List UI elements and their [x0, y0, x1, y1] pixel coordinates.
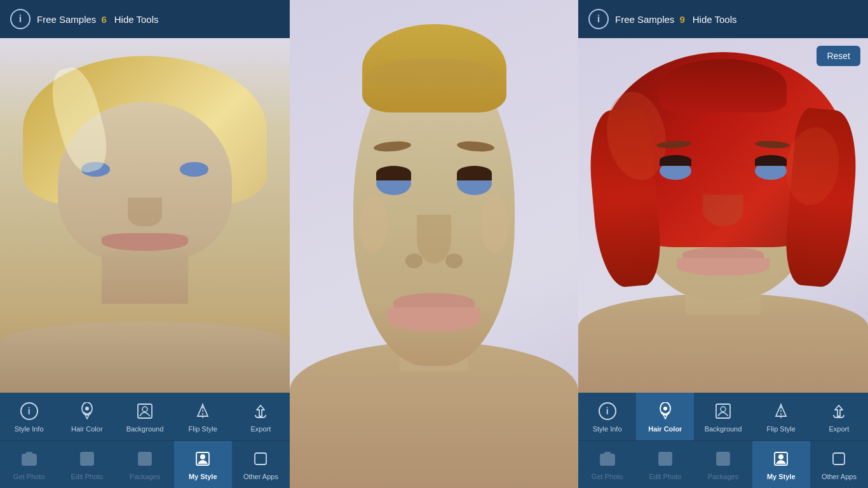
left-image-area [0, 38, 290, 393]
left-export-label: Export [251, 425, 271, 433]
left-export-button[interactable]: Export [232, 393, 290, 440]
right-export-button[interactable]: Export [810, 393, 868, 440]
right-style-info-icon: i [596, 400, 619, 423]
svg-point-15 [663, 407, 667, 410]
center-panel [290, 0, 578, 488]
right-image-area: Reset [578, 38, 868, 393]
right-header-text: Free Samples 9 Hide Tools [615, 14, 858, 25]
right-flip-style-label: Flip Style [767, 425, 796, 433]
left-hide-tools-button[interactable]: Hide Tools [114, 14, 159, 25]
right-free-label: Free Samples [615, 14, 674, 25]
right-style-info-button[interactable]: i Style Info [578, 393, 636, 440]
right-edit-photo-button[interactable]: Edit Photo [636, 441, 694, 489]
left-header-text: Free Samples 6 Hide Tools [37, 14, 280, 25]
left-get-photo-label: Get Photo [13, 473, 45, 481]
left-style-info-button[interactable]: i Style Info [0, 393, 58, 440]
left-packages-button[interactable]: Packages [116, 441, 173, 489]
right-info-icon[interactable]: i [588, 9, 609, 29]
svg-point-21 [604, 456, 611, 463]
svg-point-3 [142, 407, 147, 412]
left-my-style-button[interactable]: My Style [174, 441, 232, 489]
right-background-label: Background [705, 425, 742, 433]
left-style-info-label: Style Info [15, 425, 44, 433]
right-style-info-label: Style Info [593, 425, 622, 433]
right-hide-tools-button[interactable]: Hide Tools [693, 14, 737, 25]
left-free-label: Free Samples [37, 14, 96, 25]
right-hair-color-icon [654, 400, 677, 423]
left-background-label: Background [126, 425, 164, 433]
left-toolbar-top-row: i Style Info Hair Color [0, 393, 290, 440]
right-toolbar: i Style Info Hair Color [578, 393, 868, 488]
left-other-apps-label: Other Apps [243, 473, 278, 481]
left-packages-label: Packages [130, 473, 160, 481]
right-flip-style-button[interactable]: Flip Style [752, 393, 810, 440]
right-get-photo-label: Get Photo [592, 473, 623, 481]
svg-point-1 [85, 407, 89, 410]
left-hair-color-icon [76, 400, 98, 423]
right-panel: i Free Samples 9 Hide Tools Reset [578, 0, 868, 488]
right-flip-style-icon [770, 400, 792, 423]
left-get-photo-icon [18, 447, 41, 470]
left-background-button[interactable]: Background [116, 393, 173, 440]
left-info-icon[interactable]: i [10, 9, 31, 29]
left-flip-style-icon [191, 400, 214, 423]
right-packages-icon [712, 447, 735, 470]
right-toolbar-bottom-row: Get Photo Edit Photo [578, 441, 868, 489]
right-header: i Free Samples 9 Hide Tools [578, 0, 868, 38]
left-background-icon [133, 400, 156, 423]
right-free-number: 9 [679, 14, 684, 25]
right-my-style-button[interactable]: My Style [752, 441, 810, 489]
left-get-photo-button[interactable]: Get Photo [0, 441, 58, 489]
left-panel: i Free Samples 6 Hide Tools [0, 0, 290, 488]
left-hair-color-label: Hair Color [71, 425, 103, 433]
right-export-icon [827, 400, 850, 423]
right-edit-photo-label: Edit Photo [649, 473, 681, 481]
right-my-style-label: My Style [767, 473, 796, 481]
left-edit-photo-icon [76, 447, 98, 470]
right-my-style-icon [770, 447, 792, 470]
svg-point-26 [778, 454, 783, 459]
left-flip-style-button[interactable]: Flip Style [174, 393, 232, 440]
svg-rect-13 [255, 453, 266, 464]
right-hair-color-button[interactable]: Hair Color [636, 393, 694, 440]
right-other-apps-icon [827, 447, 850, 470]
svg-point-7 [26, 456, 32, 463]
right-background-button[interactable]: Background [694, 393, 752, 440]
right-edit-photo-icon [654, 447, 677, 470]
left-toolbar-bottom-row: Get Photo Edit Photo [0, 441, 290, 489]
svg-point-12 [200, 454, 205, 459]
left-export-icon [249, 400, 272, 423]
left-my-style-label: My Style [189, 473, 217, 481]
right-get-photo-icon [596, 447, 619, 470]
svg-point-10 [142, 454, 147, 459]
left-hair-color-button[interactable]: Hair Color [58, 393, 116, 440]
svg-rect-27 [833, 453, 844, 464]
right-background-icon [712, 400, 735, 423]
left-edit-photo-label: Edit Photo [71, 473, 103, 481]
right-hair-color-label: Hair Color [648, 425, 682, 433]
svg-point-24 [721, 454, 726, 459]
right-toolbar-top-row: i Style Info Hair Color [578, 393, 868, 440]
svg-point-17 [721, 407, 726, 412]
reset-button[interactable]: Reset [817, 46, 860, 66]
right-other-apps-label: Other Apps [822, 473, 857, 481]
left-free-number: 6 [101, 14, 106, 25]
left-edit-photo-button[interactable]: Edit Photo [58, 441, 116, 489]
left-flip-style-label: Flip Style [189, 425, 217, 433]
right-packages-label: Packages [708, 473, 738, 481]
right-get-photo-button[interactable]: Get Photo [578, 441, 636, 489]
right-packages-button[interactable]: Packages [694, 441, 752, 489]
right-other-apps-button[interactable]: Other Apps [810, 441, 868, 489]
left-packages-icon [133, 447, 156, 470]
left-toolbar: i Style Info Hair Color [0, 393, 290, 488]
left-other-apps-icon [249, 447, 272, 470]
center-image-area [290, 0, 578, 488]
left-other-apps-button[interactable]: Other Apps [232, 441, 290, 489]
left-style-info-icon: i [18, 400, 41, 423]
left-header: i Free Samples 6 Hide Tools [0, 0, 290, 38]
right-export-label: Export [829, 425, 850, 433]
left-my-style-icon [191, 447, 214, 470]
